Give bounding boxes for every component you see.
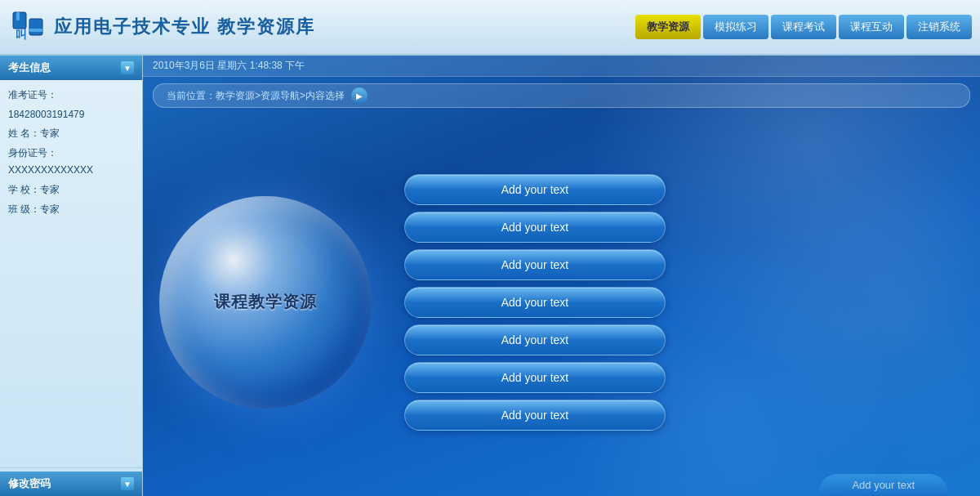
content-btn-6[interactable]: Add your text [404, 400, 666, 431]
svg-rect-1 [16, 12, 20, 20]
class-row: 班 级：专家 [8, 201, 134, 219]
id-row: 身份证号：XXXXXXXXXXXXX [8, 145, 134, 180]
header-title: 应用电子技术专业 教学资源库 [54, 15, 315, 39]
nav-btn-2[interactable]: 课程考试 [771, 15, 836, 39]
datetime: 2010年3月6日 星期六 1:48:38 下午 [153, 59, 305, 73]
sidebar-arrow2-icon[interactable]: ▼ [121, 477, 134, 490]
main-nav: 教学资源模拟练习课程考试课程互动注销系统 [635, 15, 972, 39]
sidebar-divider [0, 467, 142, 468]
school-row: 学 校：专家 [8, 181, 134, 199]
svg-text:叫: 叫 [16, 28, 27, 41]
svg-rect-2 [29, 19, 42, 35]
sphere-container: 课程教学资源 [159, 196, 372, 409]
content-btn-1[interactable]: Add your text [404, 212, 666, 243]
exam-no-value: 18428003191479 [8, 106, 134, 124]
nav-btn-1[interactable]: 模拟练习 [703, 15, 768, 39]
exam-no-row: 准考证号： [8, 87, 134, 105]
content-btn-4[interactable]: Add your text [404, 324, 666, 355]
content-btn-5[interactable]: Add your text [404, 362, 666, 393]
sidebar-arrow-icon[interactable]: ▼ [121, 61, 134, 74]
name-row: 姓 名：专家 [8, 125, 134, 143]
sphere: 课程教学资源 [159, 196, 372, 409]
main-area: 考生信息 ▼ 准考证号： 18428003191479 姓 名：专家 身份证号：… [0, 56, 980, 496]
content-topbar: 2010年3月6日 星期六 1:48:38 下午 [143, 56, 980, 77]
sidebar-section2-title[interactable]: 修改密码 ▼ [0, 471, 142, 496]
sidebar: 考生信息 ▼ 准考证号： 18428003191479 姓 名：专家 身份证号：… [0, 56, 143, 496]
content-btn-0[interactable]: Add your text [404, 174, 666, 205]
buttons-column: Add your textAdd your textAdd your textA… [404, 174, 964, 431]
nav-btn-4[interactable]: 注销系统 [906, 15, 972, 39]
bottom-hint-button[interactable]: Add your text [819, 474, 947, 496]
logo: 叫 [10, 9, 46, 45]
breadcrumb: 当前位置：教学资源>资源导航>内容选择 ▶ [153, 83, 970, 108]
content-btn-3[interactable]: Add your text [404, 287, 666, 318]
nav-btn-0[interactable]: 教学资源 [635, 15, 701, 39]
content-btn-2[interactable]: Add your text [404, 249, 666, 280]
breadcrumb-arrow-icon[interactable]: ▶ [351, 87, 368, 104]
sidebar-info: 准考证号： 18428003191479 姓 名：专家 身份证号：XXXXXXX… [0, 80, 142, 464]
content-area: 2010年3月6日 星期六 1:48:38 下午 当前位置：教学资源>资源导航>… [143, 56, 980, 496]
nav-btn-3[interactable]: 课程互动 [839, 15, 904, 39]
visual-area: 课程教学资源 Add your textAdd your textAdd you… [143, 114, 980, 489]
svg-rect-3 [29, 29, 42, 32]
app-container: 叫 应用电子技术专业 教学资源库 教学资源模拟练习课程考试课程互动注销系统 考生… [0, 0, 980, 496]
sidebar-section1-title: 考生信息 ▼ [0, 56, 142, 80]
header: 叫 应用电子技术专业 教学资源库 教学资源模拟练习课程考试课程互动注销系统 [0, 0, 980, 56]
sphere-text: 课程教学资源 [214, 291, 317, 313]
